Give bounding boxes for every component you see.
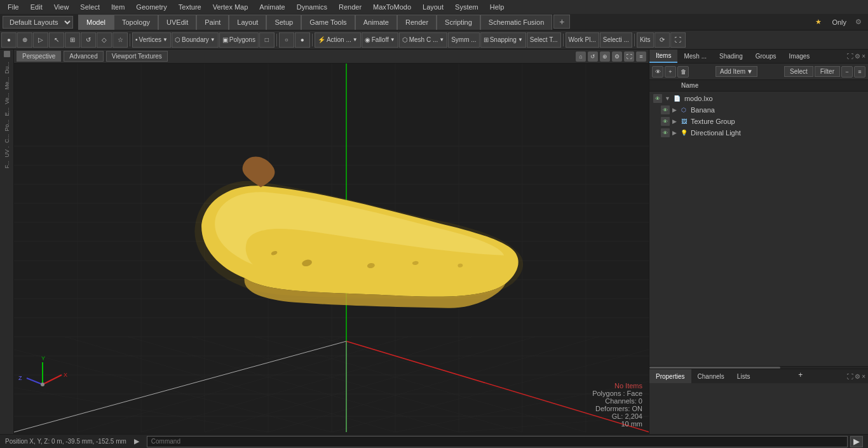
menu-layout[interactable]: Layout — [417, 2, 449, 12]
tool-snapping-toggle[interactable]: ◇ — [97, 32, 112, 48]
tab-topology[interactable]: Topology — [114, 15, 158, 30]
viewport-menu-icon[interactable]: ≡ — [636, 51, 646, 62]
tab-render[interactable]: Render — [397, 15, 437, 30]
vertices-dropdown[interactable]: • Vertices ▼ — [132, 32, 171, 48]
menu-view[interactable]: View — [49, 2, 74, 12]
viewport-settings-icon[interactable]: ⚙ — [612, 51, 622, 62]
command-input[interactable] — [147, 436, 848, 447]
tool-vis-1[interactable]: ○ — [279, 32, 294, 48]
menu-texture[interactable]: Texture — [173, 2, 207, 12]
viewport-rotate-icon[interactable]: ↺ — [588, 51, 598, 62]
tab-uvedit[interactable]: UVEdit — [158, 15, 196, 30]
items-filter-button[interactable]: Filter — [815, 66, 840, 77]
viewport-home-icon[interactable]: ⌂ — [576, 51, 586, 62]
sidebar-collapse-btn[interactable] — [4, 51, 10, 57]
items-select-button[interactable]: Select — [784, 66, 813, 77]
work-plane-btn[interactable]: Work Pl... — [566, 32, 599, 48]
menu-file[interactable]: File — [3, 2, 24, 12]
rp-extra-icon[interactable]: ≡ — [854, 66, 865, 78]
viewport-3d[interactable]: X Y Z No Items Polygons : Face Channels:… — [14, 64, 649, 434]
menu-help[interactable]: Help — [485, 2, 510, 12]
layout-settings-icon[interactable]: ⚙ — [853, 18, 864, 26]
rp-visibility-icon[interactable]: 👁 — [652, 66, 663, 78]
eye-banana-icon[interactable]: 👁 — [661, 105, 670, 114]
falloff-dropdown[interactable]: ◉ Falloff ▼ — [362, 32, 398, 48]
kits-btn[interactable]: Kits — [637, 32, 654, 48]
tab-animate[interactable]: Animate — [355, 15, 397, 30]
rb-add-btn[interactable]: + — [793, 369, 808, 383]
snapping-dropdown[interactable]: ⊞ Snapping ▼ — [480, 32, 526, 48]
rb-close-icon[interactable]: × — [862, 373, 865, 380]
tool-extra-2[interactable]: □ — [259, 32, 275, 48]
right-tab-shading[interactable]: Shading — [713, 50, 749, 63]
right-panel-settings[interactable]: ⚙ — [855, 53, 860, 60]
menu-edit[interactable]: Edit — [25, 2, 48, 12]
tree-item-root[interactable]: 👁 ▼ 📄 modo.lxo — [651, 93, 867, 104]
eye-light-icon[interactable]: 👁 — [661, 128, 670, 137]
rb-settings-icon[interactable]: ⚙ — [855, 373, 860, 380]
menu-select[interactable]: Select — [75, 2, 105, 12]
menu-item[interactable]: Item — [106, 2, 130, 12]
rp-add-icon[interactable]: + — [665, 66, 676, 78]
right-tab-images[interactable]: Images — [783, 50, 817, 63]
right-panel-expand[interactable]: ⛶ — [847, 53, 853, 60]
tab-paint[interactable]: Paint — [196, 15, 229, 30]
action-dropdown[interactable]: ⚡ Action ... ▼ — [315, 32, 361, 48]
eye-root-icon[interactable]: 👁 — [653, 94, 662, 103]
layout-tab-add[interactable]: + — [553, 15, 570, 29]
tool-scale[interactable]: ⊞ — [65, 32, 80, 48]
rb-expand-icon[interactable]: ⛶ — [847, 373, 853, 380]
menu-vertex-map[interactable]: Vertex Map — [208, 2, 254, 12]
tree-item-light[interactable]: 👁 ▶ 💡 Directional Light — [651, 127, 867, 139]
right-tab-groups[interactable]: Groups — [749, 50, 783, 63]
layout-selector[interactable]: Default Layouts — [3, 16, 73, 29]
selection-btn[interactable]: Selecti ... — [600, 32, 632, 48]
tree-item-texture[interactable]: 👁 ▶ 🖼 Texture Group — [651, 116, 867, 127]
menu-dynamics[interactable]: Dynamics — [292, 2, 332, 12]
tab-gametools[interactable]: Game Tools — [301, 15, 355, 30]
rb-tab-channels[interactable]: Channels — [691, 369, 731, 383]
menu-system[interactable]: System — [450, 2, 484, 12]
tab-model[interactable]: Model — [78, 15, 114, 30]
eye-texture-icon[interactable]: 👁 — [661, 117, 670, 126]
tab-layout[interactable]: Layout — [229, 15, 266, 30]
sync-icon[interactable]: ⟳ — [654, 32, 670, 48]
viewport-tab-perspective[interactable]: Perspective — [17, 51, 61, 62]
right-tab-mesh[interactable]: Mesh ... — [677, 50, 713, 63]
menu-render[interactable]: Render — [334, 2, 367, 12]
rb-tab-lists[interactable]: Lists — [731, 369, 757, 383]
select-tool-btn[interactable]: Select T... — [527, 32, 561, 48]
menu-maxtomodo[interactable]: MaxToModo — [368, 2, 416, 12]
viewport-tab-textures[interactable]: Viewport Textures — [106, 51, 168, 62]
polygons-dropdown[interactable]: ▣ Polygons — [219, 32, 259, 48]
tab-setup[interactable]: Setup — [266, 15, 301, 30]
name-column-header: Name — [679, 82, 701, 89]
tool-vis-2[interactable]: ● — [295, 32, 310, 48]
tool-extra[interactable]: ☆ — [112, 32, 128, 48]
symm-btn[interactable]: Symm ... — [448, 32, 479, 48]
tree-item-banana[interactable]: 👁 ▶ ⬡ Banana — [651, 104, 867, 116]
mesh-dropdown[interactable]: ⬡ Mesh C ... ▼ — [399, 32, 448, 48]
viewport-expand-icon[interactable]: ⛶ — [624, 51, 634, 62]
tool-transform[interactable]: ↖ — [49, 32, 64, 48]
tool-select-mode-3[interactable]: ▷ — [33, 32, 48, 48]
rb-tab-properties[interactable]: Properties — [649, 369, 691, 383]
tool-select-mode-2[interactable]: ⊕ — [17, 32, 32, 48]
fullscreen-icon[interactable]: ⛶ — [670, 32, 686, 48]
status-expand-arrow[interactable]: ▶ — [132, 437, 142, 445]
add-item-button[interactable]: Add Item ▼ — [715, 66, 757, 77]
rp-collapse-icon[interactable]: − — [841, 66, 853, 78]
tab-schematic[interactable]: Schematic Fusion — [480, 15, 552, 30]
viewport-search-icon[interactable]: ⊕ — [600, 51, 610, 62]
tool-select-mode-1[interactable]: ● — [1, 32, 17, 48]
command-execute-btn[interactable]: ▶ — [850, 436, 863, 447]
right-panel-close[interactable]: × — [862, 53, 865, 60]
viewport-tab-advanced[interactable]: Advanced — [64, 51, 103, 62]
menu-geometry[interactable]: Geometry — [131, 2, 172, 12]
boundary-dropdown[interactable]: ⬡ Boundary ▼ — [172, 32, 219, 48]
rp-delete-icon[interactable]: 🗑 — [677, 66, 689, 78]
tool-rotate[interactable]: ↺ — [81, 32, 96, 48]
menu-animate[interactable]: Animate — [254, 2, 290, 12]
right-tab-items[interactable]: Items — [649, 50, 677, 63]
tab-scripting[interactable]: Scripting — [437, 15, 480, 30]
